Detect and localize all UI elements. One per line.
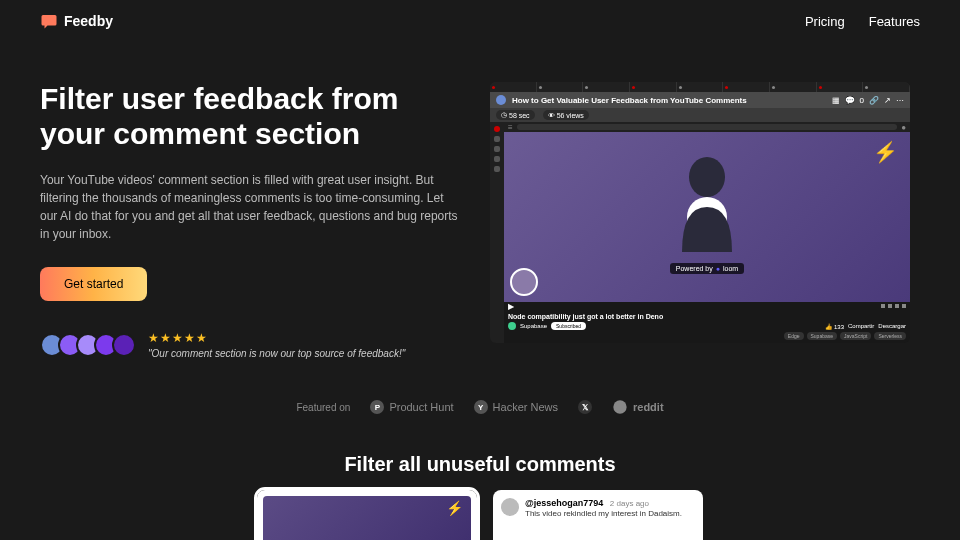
loom-avatar bbox=[496, 95, 506, 105]
more-icon[interactable]: ⋯ bbox=[896, 96, 904, 105]
featured-hacker-news[interactable]: Y Hacker News bbox=[474, 400, 558, 414]
link-icon[interactable]: 🔗 bbox=[869, 96, 879, 105]
svg-point-0 bbox=[689, 157, 725, 197]
share-icon[interactable]: ↗ bbox=[884, 96, 891, 105]
menu-icon[interactable]: ≡ bbox=[508, 123, 513, 132]
browser-tab[interactable] bbox=[630, 82, 677, 92]
share-button[interactable]: Compartir bbox=[848, 323, 874, 329]
control-icon[interactable] bbox=[895, 304, 899, 308]
clock-icon: ◷ bbox=[501, 111, 507, 119]
tag[interactable]: JavaScript bbox=[840, 332, 871, 340]
star-icon: ★ bbox=[160, 331, 171, 345]
browser-tabs bbox=[490, 82, 910, 92]
star-icon: ★ bbox=[148, 331, 159, 345]
hero-description: Your YouTube videos' comment section is … bbox=[40, 171, 460, 243]
mic-icon[interactable]: ● bbox=[901, 123, 906, 132]
get-started-button[interactable]: Get started bbox=[40, 267, 147, 301]
brand-name: Feedby bbox=[64, 13, 113, 29]
featured-section: Featured on P Product Hunt Y Hacker News… bbox=[0, 379, 960, 435]
tag[interactable]: Supabase bbox=[807, 332, 838, 340]
testimonial-quote: "Our comment section is now our top sour… bbox=[148, 348, 405, 359]
browser-tab[interactable] bbox=[817, 82, 864, 92]
featured-x[interactable]: 𝕏 bbox=[578, 400, 592, 414]
nav-pricing[interactable]: Pricing bbox=[805, 14, 845, 29]
browser-tab[interactable] bbox=[583, 82, 630, 92]
powered-by-badge: Powered by ● loom bbox=[670, 263, 744, 274]
featured-label: Featured on bbox=[296, 402, 350, 413]
hero-section: Filter user feedback from your comment s… bbox=[0, 42, 960, 379]
browser-tab[interactable] bbox=[537, 82, 584, 92]
record-icon[interactable] bbox=[494, 126, 500, 132]
tag[interactable]: Edge bbox=[784, 332, 804, 340]
reddit-icon bbox=[612, 399, 628, 415]
section-title: Filter all unuseful comments bbox=[0, 453, 960, 476]
comment-card: @jessehogan7794 2 days ago This video re… bbox=[493, 490, 703, 540]
video-thumbnail: ⚡ bbox=[263, 496, 471, 540]
channel-avatar bbox=[508, 322, 516, 330]
youtube-topbar: ≡ ● bbox=[504, 122, 910, 132]
loom-title: How to Get Valuable User Feedback from Y… bbox=[512, 96, 826, 105]
loom-stats: ◷ 58 sec 👁 56 views bbox=[490, 108, 910, 122]
fullscreen-icon[interactable] bbox=[902, 304, 906, 308]
youtube-area: ≡ ● ⚡ Powered by ● bbox=[490, 122, 910, 343]
channel-name[interactable]: Supabase bbox=[520, 323, 547, 329]
control-icon[interactable] bbox=[881, 304, 885, 308]
comment-count: 0 bbox=[860, 96, 864, 105]
tag[interactable]: Serverless bbox=[874, 332, 906, 340]
header: Feedby Pricing Features bbox=[0, 0, 960, 42]
grid-icon[interactable]: ▦ bbox=[832, 96, 840, 105]
video-meta: Node compatibility just got a lot better… bbox=[504, 310, 910, 343]
sidebar-icon[interactable] bbox=[494, 136, 500, 142]
youtube-sidebar bbox=[490, 122, 504, 343]
play-control-icon[interactable]: ▶ bbox=[508, 302, 514, 311]
sidebar-icon[interactable] bbox=[494, 166, 500, 172]
video-player[interactable]: ⚡ Powered by ● loom bbox=[504, 132, 910, 302]
demo-video: How to Get Valuable User Feedback from Y… bbox=[490, 82, 910, 359]
duration-pill: ◷ 58 sec bbox=[496, 110, 535, 120]
youtube-search[interactable] bbox=[517, 124, 897, 130]
social-proof: ★ ★ ★ ★ ★ "Our comment section is now ou… bbox=[40, 331, 460, 359]
commenter-handle[interactable]: @jessehogan7794 bbox=[525, 498, 603, 508]
browser-tab[interactable] bbox=[863, 82, 910, 92]
nav: Pricing Features bbox=[805, 14, 920, 29]
loom-header: How to Get Valuable User Feedback from Y… bbox=[490, 92, 910, 108]
commenter-avatar bbox=[501, 498, 519, 516]
star-rating: ★ ★ ★ ★ ★ bbox=[148, 331, 405, 345]
featured-product-hunt[interactable]: P Product Hunt bbox=[370, 400, 453, 414]
hero-title: Filter user feedback from your comment s… bbox=[40, 82, 460, 151]
hero-content: Filter user feedback from your comment s… bbox=[40, 82, 460, 359]
like-button[interactable]: 👍 133 bbox=[825, 323, 844, 330]
product-hunt-icon: P bbox=[370, 400, 384, 414]
sidebar-icon[interactable] bbox=[494, 156, 500, 162]
star-icon: ★ bbox=[172, 331, 183, 345]
comment-icon[interactable]: 💬 bbox=[845, 96, 855, 105]
browser-tab[interactable] bbox=[677, 82, 724, 92]
sidebar-icon[interactable] bbox=[494, 146, 500, 152]
featured-reddit[interactable]: reddit bbox=[612, 399, 664, 415]
browser-tab[interactable] bbox=[490, 82, 537, 92]
download-button[interactable]: Descargar bbox=[878, 323, 906, 329]
svg-point-1 bbox=[613, 400, 626, 413]
avatar-stack bbox=[40, 333, 136, 357]
presenter-pip bbox=[510, 268, 538, 296]
eye-icon: 👁 bbox=[548, 112, 555, 119]
youtube-video-title: Node compatibility just got a lot better… bbox=[508, 313, 906, 320]
chat-icon bbox=[40, 12, 58, 30]
star-icon: ★ bbox=[196, 331, 207, 345]
neon-logo-icon: ⚡ bbox=[446, 500, 463, 516]
browser-tab[interactable] bbox=[723, 82, 770, 92]
comment-body: This video rekindled my interest in Dada… bbox=[525, 509, 682, 518]
video-controls: ▶ bbox=[504, 302, 910, 310]
nav-features[interactable]: Features bbox=[869, 14, 920, 29]
browser-frame: How to Get Valuable User Feedback from Y… bbox=[490, 82, 910, 343]
browser-tab[interactable] bbox=[770, 82, 817, 92]
logo[interactable]: Feedby bbox=[40, 12, 113, 30]
presenter-silhouette bbox=[667, 152, 747, 252]
video-card[interactable]: ⚡ bbox=[257, 490, 477, 540]
comments-showcase: ⚡ @jessehogan7794 2 days ago This video … bbox=[0, 490, 960, 540]
subscribe-button[interactable]: Subscribed bbox=[551, 322, 586, 330]
control-icon[interactable] bbox=[888, 304, 892, 308]
neon-logo-icon: ⚡ bbox=[873, 140, 898, 164]
hacker-news-icon: Y bbox=[474, 400, 488, 414]
comment-timestamp: 2 days ago bbox=[610, 499, 649, 508]
